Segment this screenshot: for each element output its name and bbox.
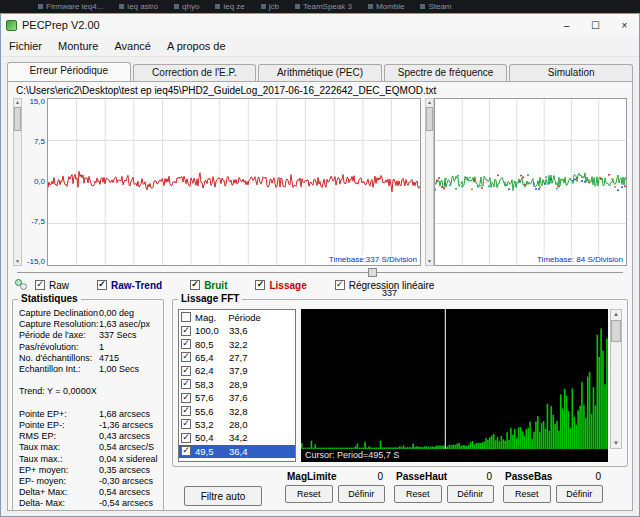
- fft-period-list[interactable]: Mag. Période 100,0 33,6: [178, 309, 296, 462]
- fft-period-row[interactable]: 55,6 32,8: [179, 404, 295, 417]
- stat-value: [99, 398, 160, 409]
- fft-mag-value: 100,0: [195, 325, 229, 336]
- trace-checkbox[interactable]: Raw-Trend: [97, 280, 162, 291]
- fft-period-row[interactable]: 65,4 27,7: [179, 351, 295, 364]
- slider-thumb[interactable]: [368, 268, 377, 277]
- minimize-button[interactable]: –: [552, 14, 581, 36]
- reset-button[interactable]: Reset: [285, 485, 333, 503]
- timebase-slider[interactable]: [17, 268, 623, 277]
- scroll-up-icon[interactable]: ▲: [14, 99, 21, 106]
- fft-mag-value: 49,5: [195, 446, 229, 457]
- tab[interactable]: Correction de l'E.P.: [133, 64, 257, 81]
- stat-row: Taux max.: 0,04 x sidereal: [19, 454, 160, 465]
- trace-toggle-icon[interactable]: [14, 279, 29, 291]
- scrollbar-thumb[interactable]: [14, 107, 21, 131]
- scroll-down-icon[interactable]: ▼: [14, 258, 21, 265]
- stat-value: 4715: [99, 353, 160, 364]
- pec-chart-plot: Timebase:337 S/Division: [47, 98, 421, 266]
- y-axis-tick: 0,0: [34, 178, 45, 186]
- checkbox-icon[interactable]: [181, 379, 191, 389]
- y-axis-tick: -7,5: [31, 218, 45, 226]
- trace-checkbox[interactable]: Lissage: [255, 280, 306, 291]
- statistics-rows: Capture Declination: 0,00 deg Capture Re…: [19, 308, 160, 510]
- reset-button[interactable]: Reset: [394, 485, 442, 503]
- tab[interactable]: Simulation: [509, 64, 633, 81]
- scrollbar-thumb[interactable]: [426, 107, 433, 131]
- stat-value: 0,00 deg: [99, 308, 160, 319]
- fft-rows: 100,0 33,6 80,5 32,2: [179, 324, 295, 458]
- definir-button[interactable]: Définir: [447, 485, 495, 503]
- filter-groups: MagLimite 0 Reset Définir: [276, 470, 603, 503]
- fft-period-row[interactable]: 62,4 37,9: [179, 364, 295, 377]
- noise-chart-vscrollbar[interactable]: ▲ ▼: [425, 98, 434, 266]
- background-tab-label: Steam: [420, 2, 451, 11]
- fft-mag-value: 53,2: [195, 419, 229, 430]
- definir-button[interactable]: Définir: [338, 485, 386, 503]
- window-title: PECPrep V2.00: [22, 19, 100, 31]
- screen: Firmware ieq4...ieq astroqhyoieq zejcbTe…: [0, 0, 640, 517]
- fft-period-row[interactable]: 80,5 32,2: [179, 337, 295, 350]
- tab[interactable]: Spectre de fréquence: [384, 64, 508, 81]
- app-icon: [6, 20, 17, 31]
- checkbox-icon[interactable]: [181, 419, 191, 429]
- fft-period-row[interactable]: 49,5 36,4: [179, 445, 295, 458]
- filter-label: MagLimite: [287, 471, 336, 482]
- definir-button[interactable]: Définir: [556, 485, 604, 503]
- filter-label: PasseHaut: [396, 471, 447, 482]
- scroll-up-icon[interactable]: ▲: [426, 99, 433, 106]
- mag-checkbox-icon[interactable]: [181, 312, 191, 322]
- tabstrip: Erreur PériodiqueCorrection de l'E.P.Ari…: [7, 62, 633, 81]
- checkbox-icon[interactable]: [181, 446, 191, 456]
- menu-item[interactable]: A propos de: [159, 40, 234, 52]
- maximize-button[interactable]: ☐: [581, 14, 610, 36]
- menu-item[interactable]: Avancé: [106, 40, 159, 52]
- checkbox-icon[interactable]: [181, 339, 191, 349]
- stat-label: [19, 398, 99, 409]
- checkbox-icon[interactable]: [181, 406, 191, 416]
- fft-column: Lissage FFT Mag. Période: [172, 299, 628, 506]
- checkbox-icon[interactable]: [181, 393, 191, 403]
- fft-period-row[interactable]: 53,2 28,0: [179, 418, 295, 431]
- filtre-auto-button[interactable]: Filtre auto: [184, 486, 262, 506]
- pecprep-window: PECPrep V2.00 – ☐ × FichierMontureAvancé…: [0, 13, 640, 517]
- menu-item[interactable]: Monture: [50, 40, 106, 52]
- period-column-header: Période: [228, 312, 261, 323]
- menubar: FichierMontureAvancéA propos de: [1, 36, 639, 57]
- fft-period-value: 32,8: [229, 406, 293, 417]
- tab[interactable]: Arithmétique (PEC): [258, 64, 382, 81]
- scroll-down-icon[interactable]: ▼: [426, 258, 433, 265]
- stat-value: 0,04 x sidereal: [99, 454, 160, 465]
- trace-checkbox[interactable]: Raw: [35, 280, 69, 291]
- stat-label: Pas/révolution:: [19, 342, 99, 353]
- fft-spectrum[interactable]: [301, 309, 608, 449]
- trace-checkbox[interactable]: Bruit: [190, 280, 227, 291]
- menu-item[interactable]: Fichier: [1, 40, 50, 52]
- fft-period-row[interactable]: 50,4 34,2: [179, 431, 295, 444]
- checkbox-icon[interactable]: [181, 352, 191, 362]
- fft-period-row[interactable]: 100,0 33,6: [179, 324, 295, 337]
- stat-label: Delta+ Max:: [19, 487, 99, 498]
- scrollbar-thumb[interactable]: [611, 320, 621, 342]
- stat-label: Pointe EP-:: [19, 420, 99, 431]
- reset-button[interactable]: Reset: [503, 485, 551, 503]
- fft-period-row[interactable]: 58,3 28,9: [179, 378, 295, 391]
- scroll-up-icon[interactable]: ▲: [611, 310, 621, 319]
- stat-value: 0,43 arcsecs: [99, 431, 160, 442]
- stat-row: No. d'échantillons: 4715: [19, 353, 160, 364]
- stat-row: Delta+ Max: 0,54 arcsecs: [19, 487, 160, 498]
- checkbox-icon[interactable]: [181, 326, 191, 336]
- stat-row: Pointe EP+: 1,68 arcsecs: [19, 409, 160, 420]
- filter-value: 0: [377, 471, 383, 482]
- fft-period-row[interactable]: 57,6 37,6: [179, 391, 295, 404]
- fft-mag-value: 57,6: [195, 392, 229, 403]
- checkbox-icon[interactable]: [181, 366, 191, 376]
- stat-row: Delta- Max: -0,54 arcsecs: [19, 498, 160, 509]
- stat-label: Echantillon Int.:: [19, 364, 99, 375]
- tab[interactable]: Erreur Périodique: [7, 62, 131, 81]
- stat-value: [99, 386, 160, 397]
- pec-chart-vscrollbar[interactable]: ▲ ▼: [13, 98, 22, 266]
- scroll-down-icon[interactable]: ▼: [611, 439, 621, 448]
- close-button[interactable]: ×: [610, 14, 639, 36]
- checkbox-icon[interactable]: [181, 433, 191, 443]
- fft-vscrollbar[interactable]: ▲ ▼: [610, 309, 622, 449]
